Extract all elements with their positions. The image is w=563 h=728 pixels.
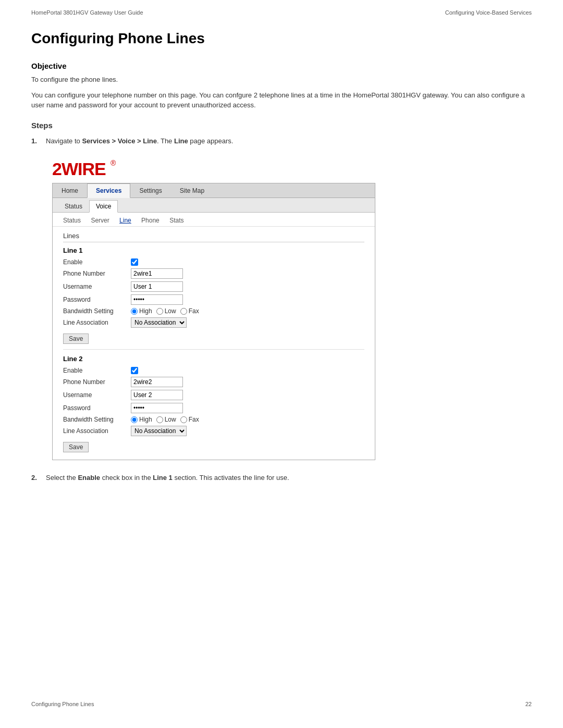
line2-bandwidth-fax[interactable]: Fax: [180, 416, 199, 423]
line2-bandwidth-label: Bandwidth Setting: [63, 416, 131, 423]
line1-password-input[interactable]: [131, 294, 183, 305]
nav-bar: Home Services Settings Site Map: [53, 183, 375, 198]
tab-status[interactable]: Status: [58, 200, 89, 213]
line1-enable-label: Enable: [63, 258, 131, 266]
steps-heading: Steps: [31, 121, 532, 130]
form-area: Lines Line 1 Enable Phone Number Usernam…: [53, 227, 375, 460]
header-left: HomePortal 3801HGV Gateway User Guide: [31, 9, 143, 16]
tab-voice[interactable]: Voice: [89, 200, 118, 213]
line2-radio-fax[interactable]: [180, 416, 187, 423]
logo-wrapper: 2WIRE ®: [52, 156, 532, 181]
description-text: You can configure your telephone number …: [31, 90, 532, 110]
line1-bandwidth-row: Bandwidth Setting High Low Fax: [63, 307, 364, 315]
step-1: 1. Navigate to Services > Voice > Line. …: [31, 136, 532, 146]
line1-association-label: Line Association: [63, 319, 131, 326]
inner-tab-stats[interactable]: Stats: [169, 217, 183, 224]
line2-association-row: Line Association No Association: [63, 426, 364, 436]
line2-save-button[interactable]: Save: [63, 442, 89, 452]
step1-bold2: Line: [174, 137, 188, 145]
line2-association-select[interactable]: No Association: [131, 426, 187, 436]
line2-password-input[interactable]: [131, 403, 183, 413]
line2-password-row: Password: [63, 403, 364, 413]
objective-text: To configure the phone lines.: [31, 75, 532, 85]
line1-password-row: Password: [63, 294, 364, 305]
line1-bandwidth-low[interactable]: Low: [156, 307, 176, 315]
line1-title: Line 1: [63, 246, 364, 254]
line2-save-wrapper: Save: [63, 439, 364, 452]
footer-right: 22: [525, 701, 532, 707]
svg-text:®: ®: [111, 159, 116, 167]
line2-radio-low[interactable]: [156, 416, 163, 423]
line1-bandwidth-fax[interactable]: Fax: [180, 307, 199, 315]
line2-enable-checkbox[interactable]: [131, 367, 138, 374]
line1-enable-row: Enable: [63, 258, 364, 266]
page-title: Configuring Phone Lines: [31, 30, 532, 47]
line1-phone-label: Phone Number: [63, 270, 131, 277]
line2-title: Line 2: [63, 355, 364, 363]
line2-enable-label: Enable: [63, 367, 131, 374]
step1-bold1: Services > Voice > Line: [82, 137, 157, 145]
line2-username-input[interactable]: [131, 390, 183, 400]
page-footer: Configuring Phone Lines 22: [0, 696, 563, 712]
twowire-logo: 2WIRE ®: [52, 156, 120, 179]
step2-bold1: Enable: [78, 474, 100, 482]
lines-heading: Lines: [63, 232, 364, 242]
line2-association-label: Line Association: [63, 427, 131, 435]
line1-save-wrapper: Save: [63, 330, 364, 344]
line2-phone-label: Phone Number: [63, 378, 131, 386]
inner-tab-line[interactable]: Line: [119, 217, 131, 224]
line2-radio-high[interactable]: [131, 416, 138, 423]
line2-bandwidth-high[interactable]: High: [131, 416, 152, 423]
objective-heading: Objective: [31, 61, 532, 70]
inner-tab-status[interactable]: Status: [63, 217, 81, 224]
step-2-number: 2.: [31, 473, 41, 483]
nav-sitemap[interactable]: Site Map: [171, 183, 213, 198]
step-2-text: Select the Enable check box in the Line …: [46, 473, 289, 483]
line1-phone-input[interactable]: [131, 268, 183, 279]
main-content: Configuring Phone Lines Objective To con…: [0, 20, 563, 523]
inner-tab-phone[interactable]: Phone: [141, 217, 160, 224]
line1-enable-checkbox[interactable]: [131, 258, 138, 266]
line2-enable-row: Enable: [63, 367, 364, 374]
line2-bandwidth-group: High Low Fax: [131, 416, 199, 423]
svg-text:2WIRE: 2WIRE: [52, 159, 106, 179]
line2-bandwidth-low[interactable]: Low: [156, 416, 176, 423]
line2-password-label: Password: [63, 404, 131, 412]
line2-username-row: Username: [63, 390, 364, 400]
line1-password-label: Password: [63, 296, 131, 303]
router-ui: Home Services Settings Site Map Status V…: [52, 183, 375, 460]
line2-phone-row: Phone Number: [63, 377, 364, 387]
line1-association-select[interactable]: No Association: [131, 317, 187, 328]
footer-left: Configuring Phone Lines: [31, 701, 94, 707]
line2-username-label: Username: [63, 391, 131, 399]
step-1-number: 1.: [31, 136, 41, 146]
line1-bandwidth-group: High Low Fax: [131, 307, 199, 315]
step-1-text: Navigate to Services > Voice > Line. The…: [46, 136, 233, 146]
line1-association-row: Line Association No Association: [63, 317, 364, 328]
line1-bandwidth-label: Bandwidth Setting: [63, 307, 131, 315]
step2-bold2: Line 1: [153, 474, 173, 482]
line-separator: [63, 349, 364, 350]
inner-tabs: Status Server Line Phone Stats: [53, 213, 375, 227]
line1-username-label: Username: [63, 283, 131, 290]
line2-bandwidth-row: Bandwidth Setting High Low Fax: [63, 416, 364, 423]
nav-services[interactable]: Services: [87, 183, 130, 198]
step-2: 2. Select the Enable check box in the Li…: [31, 473, 532, 483]
line1-radio-low[interactable]: [156, 308, 163, 315]
nav-home[interactable]: Home: [53, 183, 87, 198]
line1-bandwidth-high[interactable]: High: [131, 307, 152, 315]
line1-username-input[interactable]: [131, 281, 183, 292]
sub-tabs: Status Voice: [53, 198, 375, 213]
line2-phone-input[interactable]: [131, 377, 183, 387]
header-right: Configuring Voice-Based Services: [445, 9, 532, 16]
nav-settings[interactable]: Settings: [130, 183, 170, 198]
line1-radio-high[interactable]: [131, 308, 138, 315]
line1-save-button[interactable]: Save: [63, 334, 89, 344]
inner-tab-server[interactable]: Server: [91, 217, 109, 224]
line1-phone-row: Phone Number: [63, 268, 364, 279]
line1-username-row: Username: [63, 281, 364, 292]
line1-radio-fax[interactable]: [180, 308, 187, 315]
page-header: HomePortal 3801HGV Gateway User Guide Co…: [0, 0, 563, 20]
